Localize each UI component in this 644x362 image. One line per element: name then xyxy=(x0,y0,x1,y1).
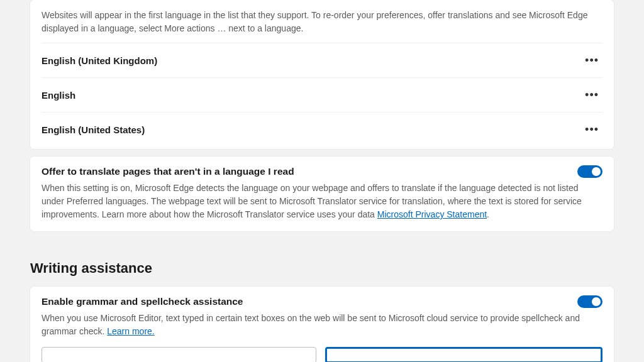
more-actions-icon: ••• xyxy=(585,123,599,136)
grammar-option-editor[interactable] xyxy=(325,347,602,362)
more-actions-icon: ••• xyxy=(585,54,599,67)
more-actions-button[interactable]: ••• xyxy=(581,52,602,69)
more-actions-button[interactable]: ••• xyxy=(581,121,602,138)
translate-setting-card: Offer to translate pages that aren't in … xyxy=(30,156,614,231)
language-label: English (United States) xyxy=(42,124,145,135)
language-row: English (United States) ••• xyxy=(42,112,602,149)
privacy-statement-link[interactable]: Microsoft Privacy Statement xyxy=(377,209,487,219)
translate-toggle[interactable] xyxy=(577,165,602,178)
grammar-toggle[interactable] xyxy=(577,295,602,308)
grammar-description: When you use Microsoft Editor, text type… xyxy=(42,312,602,338)
languages-intro-text: Websites will appear in the first langua… xyxy=(42,9,602,35)
language-row: English ••• xyxy=(42,77,602,112)
translate-title: Offer to translate pages that aren't in … xyxy=(42,166,294,177)
translate-description: When this setting is on, Microsoft Edge … xyxy=(42,182,602,221)
grammar-option-row xyxy=(42,347,602,362)
language-label: English (United Kingdom) xyxy=(42,55,157,66)
preferred-languages-card: Websites will appear in the first langua… xyxy=(30,0,614,149)
grammar-setting-card: Enable grammar and spellcheck assistance… xyxy=(30,287,614,362)
language-row: English (United Kingdom) ••• xyxy=(42,43,602,77)
more-actions-icon: ••• xyxy=(585,89,599,101)
language-label: English xyxy=(42,90,75,101)
grammar-option-basic[interactable] xyxy=(42,347,316,362)
grammar-title: Enable grammar and spellcheck assistance xyxy=(42,296,243,307)
learn-more-link[interactable]: Learn more. xyxy=(107,326,154,336)
more-actions-button[interactable]: ••• xyxy=(581,87,602,103)
writing-assistance-heading: Writing assistance xyxy=(30,260,614,277)
